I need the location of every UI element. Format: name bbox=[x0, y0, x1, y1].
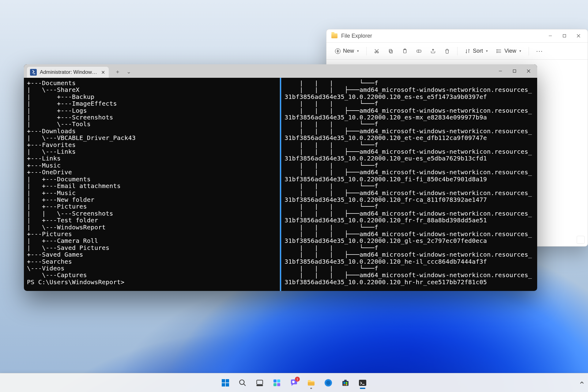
terminal-output-line: | \---Tools bbox=[27, 121, 277, 127]
svg-rect-34 bbox=[344, 380, 347, 381]
taskbar-center-icons: 1 bbox=[218, 376, 370, 390]
terminal-output-line: | | | ├───amd64_microsoft-windows-networ… bbox=[285, 210, 534, 224]
window-title-text: File Explorer bbox=[341, 33, 372, 39]
terminal-output-line: | | | ├───amd64_microsoft-windows-networ… bbox=[285, 231, 534, 244]
terminal-pane-left[interactable]: +---Documents| \---ShareX| +---Backup| +… bbox=[24, 78, 280, 291]
svg-rect-15 bbox=[513, 70, 516, 73]
svg-rect-26 bbox=[273, 379, 277, 383]
terminal-output-line: | | | ├───amd64_microsoft-windows-networ… bbox=[285, 169, 534, 183]
svg-rect-21 bbox=[226, 383, 229, 386]
file-explorer-titlebar[interactable]: File Explorer bbox=[326, 29, 588, 42]
svg-rect-20 bbox=[222, 383, 225, 386]
svg-rect-36 bbox=[346, 382, 347, 384]
terminal-output-line: | +---Test folder bbox=[27, 217, 277, 224]
share-button[interactable] bbox=[427, 46, 439, 57]
delete-button[interactable] bbox=[441, 46, 453, 57]
plus-icon bbox=[335, 48, 341, 54]
new-label: New bbox=[343, 48, 354, 54]
chevron-down-icon: ▾ bbox=[357, 49, 359, 53]
widgets-button[interactable] bbox=[270, 376, 284, 390]
terminal-output-line: +---Downloads bbox=[27, 128, 277, 134]
terminal-prompt[interactable]: PS C:\Users\WindowsReport> bbox=[27, 279, 277, 285]
svg-rect-39 bbox=[359, 380, 366, 386]
terminal-output-line: | | | ├───amd64_microsoft-windows-networ… bbox=[285, 272, 534, 285]
close-button[interactable] bbox=[522, 66, 535, 76]
view-button[interactable]: View ▾ bbox=[493, 46, 524, 57]
terminal-output-line: +---Pictures bbox=[27, 231, 277, 237]
tab-new-controls: ＋ ⌄ bbox=[111, 68, 134, 78]
rename-button[interactable] bbox=[413, 46, 425, 57]
file-explorer-button[interactable] bbox=[304, 376, 318, 390]
svg-rect-24 bbox=[257, 380, 263, 384]
minimize-button[interactable] bbox=[494, 66, 507, 76]
svg-point-11 bbox=[497, 49, 497, 50]
task-view-button[interactable] bbox=[253, 376, 267, 390]
terminal-output-line: | | | └───f bbox=[285, 100, 534, 107]
terminal-output-line: +---Searches bbox=[27, 258, 277, 265]
terminal-output-line: | +---New folder bbox=[27, 196, 277, 203]
powershell-icon bbox=[30, 69, 37, 76]
chevron-down-icon: ▾ bbox=[486, 49, 488, 53]
terminal-output-line: | +---Screenshots bbox=[27, 114, 277, 121]
chat-button[interactable]: 1 bbox=[287, 376, 301, 390]
chat-badge: 1 bbox=[295, 377, 300, 382]
search-button[interactable] bbox=[236, 376, 250, 390]
close-button[interactable] bbox=[572, 31, 585, 41]
chevron-down-icon: ▾ bbox=[519, 49, 521, 53]
ms-store-button[interactable] bbox=[338, 376, 352, 390]
svg-point-12 bbox=[497, 51, 497, 51]
terminal-titlebar[interactable]: Administrator: Windows PowerS ✕ ＋ ⌄ bbox=[24, 64, 537, 78]
maximize-button[interactable] bbox=[508, 66, 521, 76]
svg-rect-35 bbox=[344, 382, 345, 384]
svg-point-22 bbox=[239, 380, 244, 384]
terminal-output-line: | +---Music bbox=[27, 190, 277, 196]
svg-point-30 bbox=[292, 381, 295, 383]
copy-button[interactable] bbox=[385, 46, 397, 57]
start-button[interactable] bbox=[218, 376, 232, 390]
details-view-button[interactable] bbox=[577, 236, 585, 244]
svg-point-5 bbox=[377, 51, 379, 53]
svg-rect-33 bbox=[342, 381, 349, 386]
terminal-output-line: +---Documents bbox=[27, 80, 277, 86]
system-tray[interactable] bbox=[579, 373, 585, 392]
terminal-output-line: | | | └───f bbox=[285, 265, 534, 272]
terminal-output-line: | \---ShareX bbox=[27, 86, 277, 93]
minimize-button[interactable] bbox=[544, 31, 557, 41]
paste-button[interactable] bbox=[399, 46, 411, 57]
taskbar[interactable]: 1 bbox=[0, 373, 588, 392]
terminal-output-line: | | | ├───amd64_microsoft-windows-networ… bbox=[285, 148, 534, 162]
file-explorer-window-controls bbox=[544, 31, 585, 41]
svg-point-32 bbox=[326, 381, 330, 385]
terminal-output-line: | +---Pictures bbox=[27, 203, 277, 210]
terminal-pane-right[interactable]: | | | └───f | | | ├───amd64_microsoft-wi… bbox=[281, 78, 537, 291]
maximize-button[interactable] bbox=[558, 31, 571, 41]
svg-rect-28 bbox=[273, 383, 277, 386]
terminal-output-line: +---OneDrive bbox=[27, 169, 277, 175]
file-explorer-title: File Explorer bbox=[331, 33, 372, 39]
svg-rect-7 bbox=[389, 49, 392, 52]
terminal-output-line: +---Links bbox=[27, 155, 277, 162]
new-button[interactable]: New ▾ bbox=[332, 46, 362, 57]
sort-button[interactable]: Sort ▾ bbox=[462, 46, 491, 57]
tab-title: Administrator: Windows PowerS bbox=[40, 69, 98, 75]
terminal-tab[interactable]: Administrator: Windows PowerS ✕ bbox=[27, 67, 109, 78]
desktop: File Explorer New ▾ bbox=[0, 0, 588, 392]
svg-rect-6 bbox=[390, 50, 392, 53]
windows-terminal-button[interactable] bbox=[356, 376, 370, 390]
svg-point-13 bbox=[497, 52, 497, 53]
terminal-output-line: | | | └───f bbox=[285, 162, 534, 169]
new-tab-button[interactable]: ＋ bbox=[115, 68, 120, 75]
tab-close-button[interactable]: ✕ bbox=[101, 70, 105, 75]
windows-terminal-window[interactable]: Administrator: Windows PowerS ✕ ＋ ⌄ +---… bbox=[24, 64, 537, 291]
edge-button[interactable] bbox=[321, 376, 335, 390]
see-more-button[interactable]: ··· bbox=[533, 47, 546, 55]
tray-chevron-up-icon[interactable] bbox=[579, 380, 585, 386]
terminal-output-line: | \---VBCABLE_Driver_Pack43 bbox=[27, 134, 277, 141]
terminal-output-line: | +---Documents bbox=[27, 176, 277, 183]
tab-dropdown-button[interactable]: ⌄ bbox=[126, 68, 131, 75]
cut-button[interactable] bbox=[371, 46, 383, 57]
terminal-output-line: | +---Camera Roll bbox=[27, 237, 277, 244]
terminal-output-line: | | | ├───amd64_microsoft-windows-networ… bbox=[285, 107, 534, 121]
terminal-output-line: \---Videos bbox=[27, 265, 277, 272]
terminal-output-line: | | | └───f bbox=[285, 80, 534, 86]
